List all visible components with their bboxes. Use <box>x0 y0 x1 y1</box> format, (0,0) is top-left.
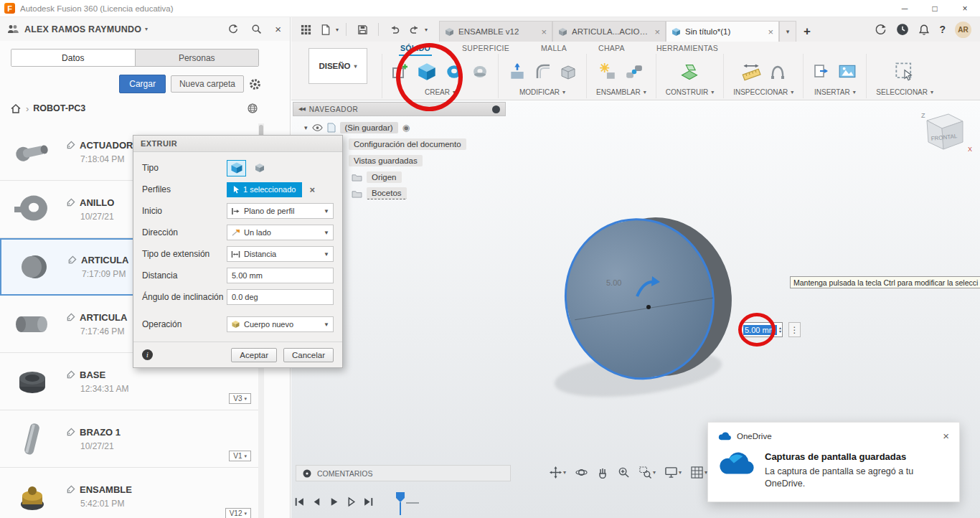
chevron-down-icon[interactable]: ▾ <box>336 27 339 33</box>
pan-move-icon[interactable]: ▾ <box>550 466 566 479</box>
tree-item-label[interactable]: Bocetos <box>367 187 407 199</box>
tree-item-label[interactable]: Origen <box>367 171 402 183</box>
upload-button[interactable]: Cargar <box>119 75 166 93</box>
breadcrumb-project[interactable]: ROBOT-PC3 <box>33 103 85 113</box>
version-badge[interactable]: V1▾ <box>229 451 251 461</box>
new-component-icon[interactable] <box>598 62 617 81</box>
chevron-down-icon[interactable]: ▾ <box>853 89 856 95</box>
record-icon[interactable]: ◉ <box>402 123 410 133</box>
navigator-options-icon[interactable] <box>492 105 500 113</box>
spinner-icon[interactable]: ▴▾ <box>779 326 782 334</box>
direction-select[interactable]: Un lado ▼ <box>227 225 334 240</box>
cancel-button[interactable]: Cancelar <box>283 348 334 362</box>
redo-icon[interactable] <box>406 21 423 38</box>
chevron-down-icon[interactable]: ▾ <box>453 89 456 95</box>
doc-tab-active[interactable]: Sin título*(1) × <box>666 21 779 42</box>
navigator-header[interactable]: ◀◀ NAVEGADOR <box>293 102 506 116</box>
tree-root-row[interactable]: ▾ (Sin guardar) ◉ <box>293 119 466 136</box>
close-notification-icon[interactable]: × <box>943 430 949 442</box>
dialog-title[interactable]: EXTRUIR <box>133 136 342 152</box>
chevron-down-icon[interactable]: ▾ <box>562 89 565 95</box>
grid-snap-icon[interactable]: ▾ <box>691 466 707 479</box>
close-panel-icon[interactable]: × <box>275 23 281 35</box>
insert-derive-icon[interactable] <box>813 63 830 80</box>
expand-triangle-icon[interactable]: ▾ <box>304 124 308 131</box>
joint-icon[interactable] <box>625 62 644 81</box>
home-icon[interactable] <box>10 103 22 114</box>
document-root-label[interactable]: (Sin guardar) <box>340 122 398 133</box>
extrude-type-thin-icon[interactable] <box>250 160 269 176</box>
extrude-drag-arrow-icon[interactable] <box>634 275 660 299</box>
tree-item-label[interactable]: Configuración del documento <box>349 138 466 150</box>
tab-list-dropdown-icon[interactable]: ▾ <box>779 21 796 42</box>
chevron-down-icon[interactable]: ▾ <box>791 89 793 95</box>
close-tab-icon[interactable]: × <box>654 27 660 37</box>
tab-datos[interactable]: Datos <box>11 50 136 66</box>
undo-icon[interactable] <box>386 21 403 38</box>
save-icon[interactable] <box>354 21 371 38</box>
operation-select[interactable]: Cuerpo nuevo ▼ <box>227 316 334 332</box>
press-pull-icon[interactable] <box>508 62 527 81</box>
close-tab-icon[interactable]: × <box>541 27 547 37</box>
step-back-icon[interactable] <box>311 496 322 507</box>
list-item[interactable]: ENSAMBLE 5:42:01 PM V12▾ <box>0 468 258 518</box>
fit-icon[interactable]: ▾ <box>639 466 656 479</box>
coil-icon[interactable] <box>471 63 489 80</box>
close-icon[interactable]: × <box>950 0 980 17</box>
file-menu-icon[interactable] <box>317 21 334 38</box>
fillet-icon[interactable] <box>534 63 552 80</box>
play-icon[interactable] <box>329 496 339 507</box>
new-tab-icon[interactable]: + <box>796 21 818 42</box>
display-settings-icon[interactable]: ▾ <box>665 466 682 479</box>
measure-icon[interactable] <box>741 62 761 82</box>
skip-to-end-icon[interactable] <box>363 496 374 507</box>
notifications-bell-icon[interactable] <box>918 24 930 36</box>
chevron-down-icon[interactable]: ▾ <box>711 89 714 95</box>
chevron-down-icon[interactable]: ▾ <box>644 89 646 95</box>
close-tab-icon[interactable]: × <box>768 27 773 37</box>
maximize-icon[interactable]: □ <box>920 0 950 17</box>
revolve-icon[interactable] <box>445 62 463 81</box>
user-avatar[interactable]: AR <box>955 22 971 38</box>
taper-angle-field[interactable]: 0.0 deg <box>227 289 334 305</box>
help-icon[interactable]: ? <box>939 24 946 35</box>
refresh-icon[interactable] <box>227 24 238 34</box>
clear-selection-icon[interactable]: × <box>309 184 315 195</box>
zoom-icon[interactable] <box>618 466 630 479</box>
eye-icon[interactable] <box>312 123 323 132</box>
select-icon[interactable] <box>895 62 915 82</box>
chevron-down-icon[interactable]: ▾ <box>425 27 428 33</box>
step-forward-icon[interactable] <box>346 496 357 507</box>
new-folder-button[interactable]: Nueva carpeta <box>171 75 244 93</box>
kebab-menu-icon[interactable]: ⋮ <box>788 322 801 337</box>
extensions-sync-icon[interactable] <box>875 24 887 36</box>
start-select[interactable]: Plano de perfil ▼ <box>227 203 334 219</box>
orbit-icon[interactable] <box>575 466 588 479</box>
version-badge[interactable]: V12▾ <box>225 508 251 518</box>
tree-item-label[interactable]: Vistas guardadas <box>349 155 423 166</box>
pan-hand-icon[interactable] <box>597 467 608 479</box>
collapse-icon[interactable]: ◀◀ <box>298 106 305 112</box>
construction-plane-icon[interactable] <box>679 62 699 82</box>
distance-input[interactable]: 5.00 mm ▴▾ <box>741 322 783 337</box>
chevron-down-icon[interactable]: ▾ <box>930 89 933 95</box>
calipers-icon[interactable] <box>769 63 786 80</box>
minimize-icon[interactable]: ─ <box>890 0 920 17</box>
extrude-type-solid-icon[interactable] <box>227 160 246 176</box>
doc-tab[interactable]: ENSAMBLE v12 × <box>439 21 552 42</box>
accept-button[interactable]: Aceptar <box>231 348 277 362</box>
extent-type-select[interactable]: Distancia ▼ <box>227 246 334 262</box>
profiles-selected-chip[interactable]: 1 seleccionado <box>227 182 302 197</box>
info-icon[interactable]: i <box>142 349 153 360</box>
comments-bar[interactable]: COMENTARIOS <box>296 465 511 481</box>
globe-icon[interactable] <box>247 103 258 114</box>
extrude-icon[interactable] <box>417 62 437 82</box>
search-icon[interactable] <box>251 24 262 34</box>
tab-personas[interactable]: Personas <box>136 50 259 66</box>
skip-to-start-icon[interactable] <box>294 496 305 507</box>
doc-tab[interactable]: ARTICULA...ACION v1 × <box>552 21 666 42</box>
workspace-selector[interactable]: DISEÑO▾ <box>308 48 367 84</box>
list-item[interactable]: BRAZO 1 10/27/21 V1▾ <box>0 410 258 468</box>
create-sketch-icon[interactable] <box>392 63 409 80</box>
team-name[interactable]: ALEX RAMOS RAYMUNDO <box>24 24 141 34</box>
